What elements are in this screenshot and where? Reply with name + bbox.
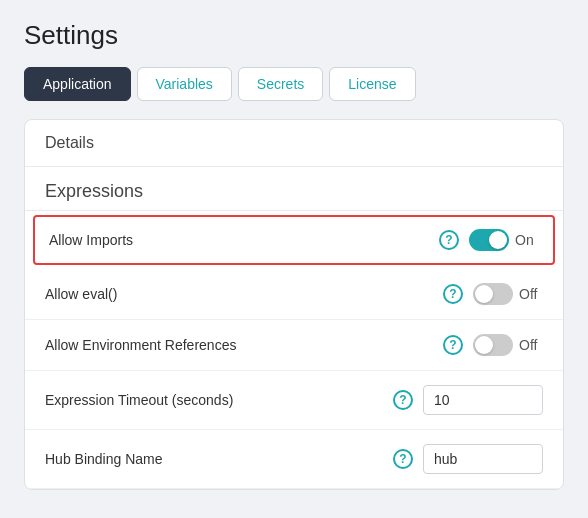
allow-env-refs-toggle-knob [475, 336, 493, 354]
settings-page: Settings Application Variables Secrets L… [0, 0, 588, 510]
allow-env-refs-toggle[interactable] [473, 334, 513, 356]
expression-timeout-help-icon[interactable]: ? [393, 390, 413, 410]
tab-application[interactable]: Application [24, 67, 131, 101]
allow-imports-toggle-knob [489, 231, 507, 249]
allow-eval-toggle-knob [475, 285, 493, 303]
allow-eval-toggle-container: Off [473, 283, 543, 305]
allow-imports-help-icon[interactable]: ? [439, 230, 459, 250]
hub-binding-name-controls: ? [393, 444, 543, 474]
allow-eval-controls: ? Off [443, 283, 543, 305]
allow-eval-toggle-label: Off [519, 286, 543, 302]
hub-binding-name-input[interactable] [423, 444, 543, 474]
allow-imports-controls: ? On [439, 229, 539, 251]
row-expression-timeout: Expression Timeout (seconds) ? [25, 371, 563, 430]
row-hub-binding-name: Hub Binding Name ? [25, 430, 563, 489]
allow-imports-label: Allow Imports [49, 232, 439, 248]
allow-env-refs-label: Allow Environment References [45, 337, 443, 353]
row-allow-eval: Allow eval() ? Off [25, 269, 563, 320]
page-title: Settings [24, 20, 564, 51]
allow-env-refs-toggle-label: Off [519, 337, 543, 353]
allow-eval-help-icon[interactable]: ? [443, 284, 463, 304]
tab-bar: Application Variables Secrets License [24, 67, 564, 101]
hub-binding-name-label: Hub Binding Name [45, 451, 393, 467]
allow-imports-toggle[interactable] [469, 229, 509, 251]
expression-timeout-controls: ? [393, 385, 543, 415]
tab-license[interactable]: License [329, 67, 415, 101]
row-allow-imports: Allow Imports ? On [33, 215, 555, 265]
row-allow-env-refs: Allow Environment References ? Off [25, 320, 563, 371]
expression-timeout-label: Expression Timeout (seconds) [45, 392, 393, 408]
tab-variables[interactable]: Variables [137, 67, 232, 101]
allow-env-refs-controls: ? Off [443, 334, 543, 356]
details-section-header: Details [25, 120, 563, 167]
hub-binding-name-help-icon[interactable]: ? [393, 449, 413, 469]
expressions-section-header: Expressions [25, 167, 563, 211]
allow-eval-toggle[interactable] [473, 283, 513, 305]
allow-env-refs-help-icon[interactable]: ? [443, 335, 463, 355]
tab-secrets[interactable]: Secrets [238, 67, 323, 101]
settings-card: Details Expressions Allow Imports ? On A… [24, 119, 564, 490]
expression-timeout-input[interactable] [423, 385, 543, 415]
allow-env-refs-toggle-container: Off [473, 334, 543, 356]
allow-imports-toggle-container: On [469, 229, 539, 251]
allow-imports-toggle-label: On [515, 232, 539, 248]
allow-eval-label: Allow eval() [45, 286, 443, 302]
